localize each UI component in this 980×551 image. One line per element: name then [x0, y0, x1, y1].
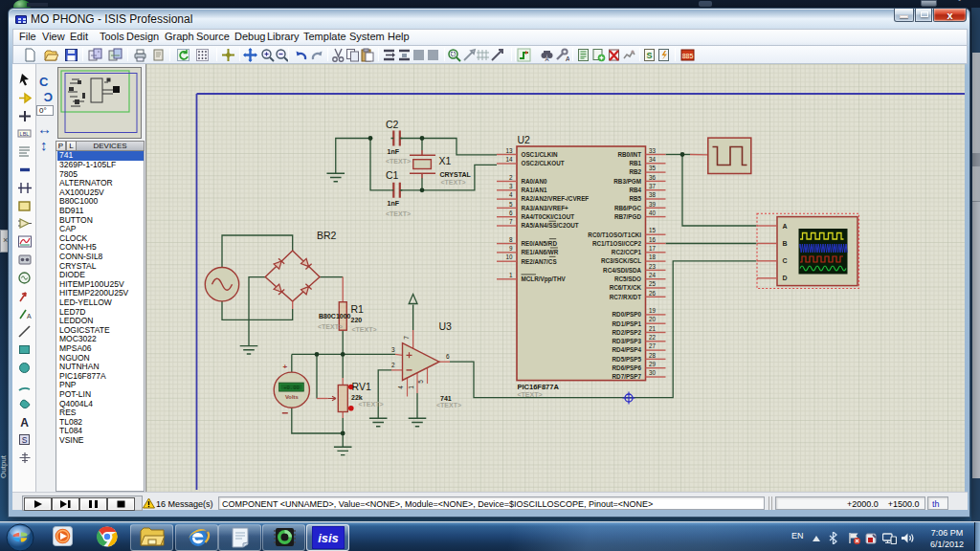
svg-text:RD7/PSP7: RD7/PSP7 — [612, 373, 642, 380]
svg-text:RC7/RX/DT: RC7/RX/DT — [610, 294, 641, 300]
svg-text:8: 8 — [509, 236, 513, 243]
svg-text:1: 1 — [509, 272, 513, 278]
svg-text:RA0/AN0: RA0/AN0 — [522, 178, 547, 185]
svg-text:S: S — [22, 435, 28, 445]
svg-text:A: A — [20, 416, 29, 430]
svg-text:+: + — [282, 363, 287, 371]
svg-text:10: 10 — [505, 253, 513, 260]
svg-text:<TEXT>: <TEXT> — [318, 323, 343, 330]
svg-text:MCLR/Vpp/THV: MCLR/Vpp/THV — [522, 276, 567, 283]
svg-text:OSC2/CLKOUT: OSC2/CLKOUT — [522, 160, 565, 166]
svg-text:CRYSTAL: CRYSTAL — [440, 171, 472, 178]
svg-text:LBL: LBL — [20, 131, 30, 137]
svg-text:RC3/SCK/SCL: RC3/SCK/SCL — [601, 257, 641, 264]
svg-text:RC6/TX/CK: RC6/TX/CK — [610, 284, 642, 291]
svg-text:22: 22 — [649, 334, 657, 341]
svg-text:isis: isis — [318, 531, 339, 545]
svg-text:40: 40 — [649, 209, 657, 216]
svg-text:5: 5 — [417, 380, 424, 384]
svg-text:RB4: RB4 — [629, 187, 641, 193]
svg-text:RB2: RB2 — [629, 168, 641, 175]
svg-text:RC0/T1OSO/T1CKI: RC0/T1OSO/T1CKI — [588, 231, 641, 238]
svg-text:24: 24 — [649, 272, 657, 278]
svg-text:39: 39 — [649, 201, 657, 208]
svg-text:25: 25 — [649, 280, 657, 287]
svg-text:6: 6 — [446, 353, 450, 360]
svg-text:A: A — [783, 223, 788, 230]
svg-text:19: 19 — [649, 307, 657, 314]
svg-text:27: 27 — [649, 342, 657, 349]
svg-text:16: 16 — [649, 236, 657, 243]
svg-text:26: 26 — [649, 290, 657, 297]
svg-text:35: 35 — [649, 165, 657, 171]
svg-text:S: S — [646, 51, 652, 60]
svg-text:PIC16F877A: PIC16F877A — [518, 383, 560, 391]
svg-text:23: 23 — [649, 263, 657, 270]
svg-text:3: 3 — [391, 346, 395, 353]
svg-text:34: 34 — [649, 156, 657, 163]
svg-text:RD2/PSP2: RD2/PSP2 — [612, 329, 642, 336]
svg-text:RA2/AN2/VREF-/CVREF: RA2/AN2/VREF-/CVREF — [522, 195, 590, 202]
svg-text:RE0/AN5/RD: RE0/AN5/RD — [522, 240, 558, 247]
svg-text:RB5: RB5 — [629, 195, 641, 202]
svg-text:RA1/AN1: RA1/AN1 — [522, 187, 547, 193]
svg-text:A: A — [545, 56, 548, 62]
svg-text:RE2/AN7/CS: RE2/AN7/CS — [522, 258, 557, 265]
svg-text:4: 4 — [509, 191, 513, 198]
svg-text:2: 2 — [391, 362, 395, 368]
svg-text:20: 20 — [649, 316, 657, 322]
svg-text:5: 5 — [509, 201, 513, 208]
svg-text:885: 885 — [681, 53, 693, 59]
svg-text:R1: R1 — [351, 303, 365, 315]
svg-text:RD3/PSP3: RD3/PSP3 — [612, 338, 642, 344]
svg-text:C2: C2 — [386, 119, 399, 130]
svg-text:RC1/T1OSI/CCP2: RC1/T1OSI/CCP2 — [592, 240, 642, 247]
svg-text:14: 14 — [505, 156, 513, 163]
svg-text:OSC1/CLKIN: OSC1/CLKIN — [522, 151, 559, 158]
svg-text:38: 38 — [649, 191, 657, 198]
svg-text:X1: X1 — [439, 155, 452, 166]
svg-text:17: 17 — [649, 245, 657, 252]
svg-text:3: 3 — [509, 183, 513, 189]
svg-text:36: 36 — [649, 174, 657, 181]
svg-text:B80C1000: B80C1000 — [319, 313, 351, 320]
svg-text:6: 6 — [509, 209, 513, 216]
svg-text:4: 4 — [397, 386, 404, 389]
svg-text:33: 33 — [649, 147, 657, 154]
svg-text:15: 15 — [649, 227, 657, 233]
svg-text:B: B — [783, 240, 788, 247]
svg-text:9: 9 — [509, 245, 513, 252]
svg-text:<TEXT>: <TEXT> — [352, 326, 377, 333]
svg-text:Volts: Volts — [285, 394, 299, 400]
svg-text:C1: C1 — [386, 169, 399, 181]
svg-text:C: C — [783, 257, 788, 264]
svg-text:RC4/SDI/SDA: RC4/SDI/SDA — [603, 267, 641, 274]
svg-text:2: 2 — [509, 174, 513, 181]
svg-text:U2: U2 — [518, 134, 531, 145]
svg-text:RB3/PGM: RB3/PGM — [613, 178, 641, 185]
svg-text:21: 21 — [649, 325, 657, 332]
svg-text:RC2/CCP1: RC2/CCP1 — [612, 249, 642, 255]
svg-text:30: 30 — [649, 369, 657, 376]
svg-text:RD4/PSP4: RD4/PSP4 — [612, 346, 642, 353]
svg-text:RA4/T0CKI/C1OUT: RA4/T0CKI/C1OUT — [522, 213, 575, 220]
svg-text:RD0/PSP0: RD0/PSP0 — [612, 311, 642, 318]
svg-text:RC5/SDO: RC5/SDO — [614, 276, 641, 282]
svg-text:<TEXT>: <TEXT> — [359, 401, 384, 408]
svg-text:RD1/PSP1: RD1/PSP1 — [612, 320, 642, 327]
svg-text:<TEXT>: <TEXT> — [436, 402, 461, 408]
svg-text:RV1: RV1 — [352, 381, 371, 392]
svg-text:+0.00: +0.00 — [283, 385, 300, 391]
svg-text:RB0/INT: RB0/INT — [618, 151, 642, 158]
svg-text:1nF: 1nF — [388, 200, 400, 207]
svg-text:U3: U3 — [439, 320, 453, 332]
svg-text:<TEXT>: <TEXT> — [518, 391, 543, 398]
svg-text:RB7/PGD: RB7/PGD — [614, 213, 641, 220]
svg-text:7: 7 — [509, 218, 513, 225]
svg-text:<TEXT>: <TEXT> — [441, 179, 466, 186]
svg-text:37: 37 — [649, 183, 657, 189]
svg-text:1nF: 1nF — [388, 148, 400, 155]
svg-text:28: 28 — [649, 352, 657, 359]
svg-text:RA3/AN3/VREF+: RA3/AN3/VREF+ — [522, 205, 568, 211]
svg-text:220: 220 — [351, 317, 363, 323]
